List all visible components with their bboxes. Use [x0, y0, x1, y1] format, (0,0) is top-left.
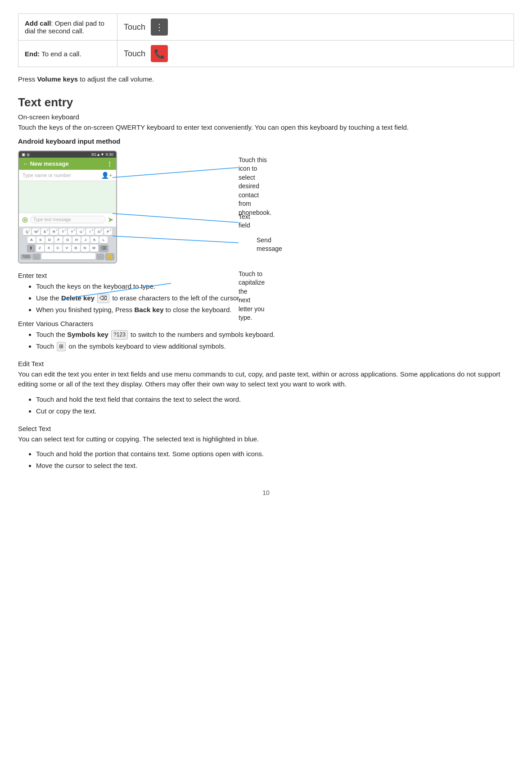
- key-b[interactable]: B: [72, 245, 80, 252]
- delete-key-label: Delete key: [61, 294, 95, 302]
- edit-text-divider: Edit Text You can edit the text you ente…: [18, 360, 514, 417]
- key-r[interactable]: R4: [50, 228, 58, 235]
- key-e[interactable]: E3: [41, 228, 49, 235]
- key-g[interactable]: G: [63, 236, 72, 243]
- annotation-sendmsg-text: Send message: [257, 236, 282, 254]
- add-call-action: Touch ⋮: [117, 14, 514, 41]
- key-x[interactable]: X: [45, 245, 53, 252]
- name-placeholder: Type name or number: [23, 172, 99, 178]
- key-v[interactable]: V: [63, 245, 71, 252]
- phone-keyboard: Q1 W2 E3 R4 T5 Y6 U7 I8 O9 P0 A S D F G: [19, 227, 116, 263]
- bullet-more-symbols: Touch ⊞ on the symbols keyboard to view …: [36, 341, 514, 352]
- onscreen-keyboard-label: On-screen keyboard: [18, 113, 514, 121]
- end-call-bold: End:: [25, 50, 40, 58]
- contact-icon[interactable]: 👤+: [101, 172, 113, 179]
- topbar-more-icon[interactable]: ⋮: [107, 160, 113, 167]
- status-left: ▣ ψ: [22, 152, 30, 157]
- key-t[interactable]: T5: [59, 228, 67, 235]
- edit-text-bullets: Touch and hold the text field that conta…: [18, 394, 514, 417]
- bullet-move-cursor: Move the cursor to select the text.: [36, 460, 514, 471]
- table-row: End: To end a call. Touch 📞: [18, 41, 514, 67]
- volume-keys-bold: Volume keys: [37, 75, 78, 83]
- phone-topbar: ← New message ⋮: [19, 158, 116, 170]
- symbols-key-label: Symbols key: [67, 331, 108, 338]
- shift-key[interactable]: ⬆: [27, 245, 35, 252]
- key-c[interactable]: C: [54, 245, 62, 252]
- select-text-bullets: Touch and hold the portion that contains…: [18, 449, 514, 471]
- volume-press: Press: [18, 75, 37, 83]
- key-i[interactable]: I8: [86, 228, 94, 235]
- touch-word-2: Touch: [124, 49, 145, 59]
- touch-word-1: Touch: [124, 23, 145, 32]
- key-o[interactable]: O9: [95, 228, 103, 235]
- add-call-label: Add call: Open dial pad to dial the seco…: [18, 14, 117, 41]
- bullet-delete: Use the Delete key ⌫ to erase characters…: [36, 293, 514, 304]
- volume-line: Press Volume keys to adjust the call vol…: [18, 75, 514, 83]
- phone-status-bar: ▣ ψ 3G▲▼ 9:30: [19, 151, 116, 158]
- page-number: 10: [18, 489, 514, 496]
- bullet-touch-hold-select: Touch and hold the portion that contains…: [36, 449, 514, 459]
- key-z[interactable]: Z: [36, 245, 44, 252]
- android-method-heading: Android keyboard input method: [18, 137, 514, 145]
- key-j[interactable]: J: [81, 236, 90, 243]
- svg-line-1: [113, 213, 239, 222]
- phone-end-icon[interactable]: 📞: [151, 45, 168, 62]
- send-message-icon[interactable]: ➤: [108, 215, 113, 224]
- bullet-type: Touch the keys on the keyboard to type.: [36, 281, 514, 292]
- bullet-symbols: Touch the Symbols key ?123 to switch to …: [36, 329, 514, 340]
- emoji-key[interactable]: 🙂: [105, 253, 114, 260]
- call-actions-table: Add call: Open dial pad to dial the seco…: [18, 14, 514, 67]
- key-a[interactable]: A: [27, 236, 36, 243]
- edit-text-label: Edit Text: [18, 360, 514, 368]
- key-k[interactable]: K: [90, 236, 99, 243]
- symbols-key-icon: ?123: [111, 330, 128, 340]
- key-d[interactable]: D: [45, 236, 54, 243]
- back-arrow-icon[interactable]: ← New message: [23, 160, 69, 167]
- text-entry-title: Text entry: [18, 95, 514, 109]
- key-q[interactable]: Q1: [23, 228, 31, 235]
- spacebar-key[interactable]: [41, 253, 95, 259]
- enter-text-bullets: Touch the keys on the keyboard to type. …: [18, 281, 514, 315]
- annotation-phonebook-text: Touch this icon to select desired contac…: [239, 156, 271, 218]
- enter-various-bullets: Touch the Symbols key ?123 to switch to …: [18, 329, 514, 352]
- more-symbols-icon: ⊞: [57, 342, 66, 351]
- phone-message-bar: ⊕ Type text message ➤: [19, 213, 116, 227]
- keyboard-intro-text: Touch the keys of the on-screen QWERTY k…: [18, 123, 514, 133]
- symbols-key[interactable]: ?123: [21, 254, 32, 259]
- bullet-touch-hold: Touch and hold the text field that conta…: [36, 394, 514, 405]
- key-y[interactable]: Y6: [68, 228, 76, 235]
- phone-chat-area: [19, 181, 116, 213]
- message-input[interactable]: Type text message: [30, 216, 106, 223]
- add-attachment-icon[interactable]: ⊕: [22, 215, 28, 225]
- table-row: Add call: Open dial pad to dial the seco…: [18, 14, 514, 41]
- keyboard-row-1: Q1 W2 E3 R4 T5 Y6 U7 I8 O9 P0: [20, 228, 115, 235]
- key-h[interactable]: H: [72, 236, 81, 243]
- key-l[interactable]: L: [99, 236, 108, 243]
- bullet-back: When you finished typing, Press Back key…: [36, 304, 514, 315]
- comma-key[interactable]: ,: [32, 254, 41, 259]
- new-message-title: New message: [30, 160, 69, 167]
- key-u[interactable]: U7: [77, 228, 85, 235]
- keyboard-diagram: ▣ ψ 3G▲▼ 9:30 ← New message ⋮ Type name …: [18, 150, 414, 263]
- edit-text-body: You can edit the text you enter in text …: [18, 369, 514, 390]
- annotation-textfield-text: Textfield: [239, 213, 250, 230]
- key-s[interactable]: S: [36, 236, 45, 243]
- key-w[interactable]: W2: [32, 228, 40, 235]
- end-call-action: Touch 📞: [117, 41, 514, 67]
- back-key-label: Back key: [134, 306, 163, 313]
- bullet-cut-copy: Cut or copy the text.: [36, 406, 514, 417]
- delete-key-icon: ⌫: [97, 294, 109, 303]
- enter-text-label: Enter text: [18, 272, 514, 279]
- svg-line-2: [113, 236, 239, 243]
- delete-key[interactable]: ⌫: [99, 245, 108, 252]
- volume-rest: to adjust the call volume.: [78, 75, 154, 83]
- key-m[interactable]: M: [90, 245, 98, 252]
- key-p[interactable]: P0: [104, 228, 112, 235]
- keyboard-bottom-row: ?123 , . 🙂: [20, 253, 115, 261]
- period-key[interactable]: .: [96, 254, 104, 259]
- key-n[interactable]: N: [81, 245, 89, 252]
- key-f[interactable]: F: [54, 236, 63, 243]
- phone-mockup: ▣ ψ 3G▲▼ 9:30 ← New message ⋮ Type name …: [18, 150, 117, 263]
- annotation-capitalize-text: Touch to capitalize thenext letter you t…: [239, 270, 265, 323]
- dots-icon[interactable]: ⋮: [151, 18, 168, 36]
